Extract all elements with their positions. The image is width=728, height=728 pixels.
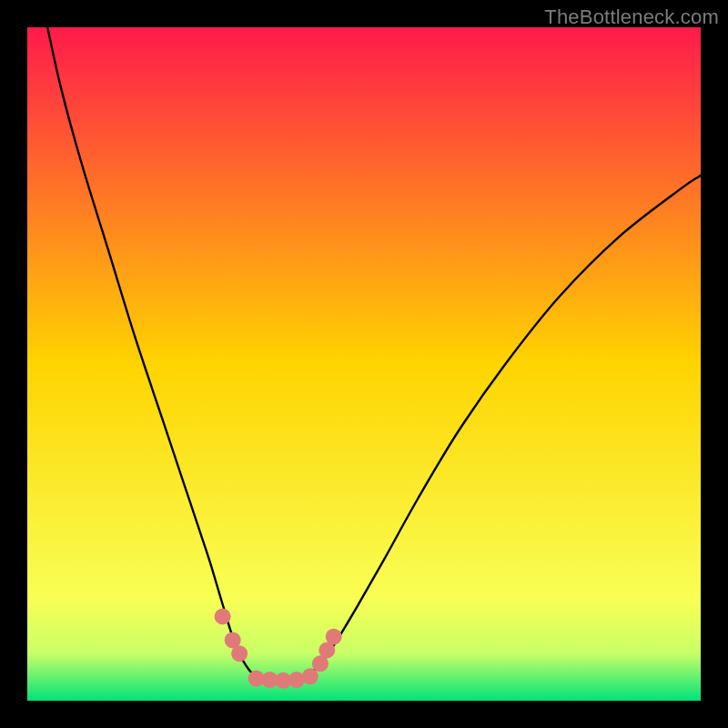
chart-background [27, 27, 701, 701]
marker-point [326, 629, 342, 645]
marker-point [215, 609, 231, 625]
marker-point [231, 645, 248, 662]
marker-point [302, 668, 318, 684]
chart-plot-area [27, 27, 701, 701]
watermark-text: TheBottleneck.com [544, 5, 719, 29]
chart-svg [27, 27, 701, 701]
